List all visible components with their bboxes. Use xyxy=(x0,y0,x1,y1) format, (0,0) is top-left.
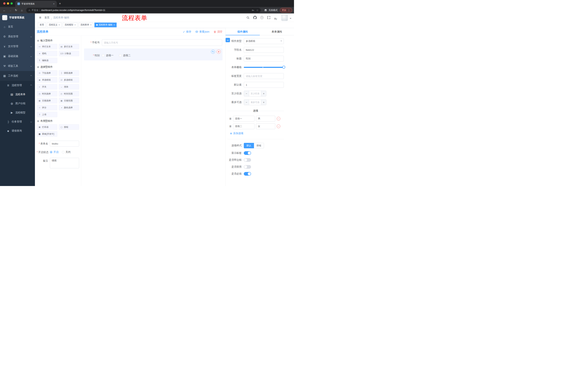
window-close-button[interactable] xyxy=(3,2,5,5)
component-date-range[interactable]: ▩日期范围 xyxy=(59,98,79,103)
browser-home-icon[interactable]: ⌂ xyxy=(19,8,24,13)
tab-close-icon[interactable]: × xyxy=(53,2,55,5)
save-button[interactable]: ✓ 保存 xyxy=(183,30,191,33)
field-name-input[interactable] xyxy=(244,47,284,53)
drag-handle-icon[interactable]: ≣ xyxy=(229,117,231,120)
forward-icon[interactable]: → xyxy=(8,8,13,13)
sidebar-item-leave-query[interactable]: ☻ 请假查询 xyxy=(0,126,35,135)
component-multi-text[interactable]: ▤多行文本 xyxy=(59,44,79,49)
add-option-button[interactable]: ⊕ 添加选项 xyxy=(230,132,284,135)
tag-process-form-edit[interactable]: 流程表单-编辑 × xyxy=(94,22,117,27)
component-rate[interactable]: ☆评分 xyxy=(37,105,57,110)
option-value-input[interactable] xyxy=(256,116,275,122)
tab-form-props[interactable]: 表单属性 xyxy=(260,28,294,35)
component-select[interactable]: ⊙下拉选择 xyxy=(37,70,57,76)
font-size-icon[interactable]: TT xyxy=(273,15,278,20)
default-value-input[interactable] xyxy=(244,82,284,88)
component-time-picker[interactable]: ◷时间选择 xyxy=(37,91,57,96)
avatar-caret-icon[interactable] xyxy=(290,18,292,20)
fullscreen-icon[interactable] xyxy=(266,15,272,20)
component-table[interactable]: ▦表格[开发中] xyxy=(37,131,57,137)
component-row-container[interactable]: ▣行容器 xyxy=(37,124,57,130)
sidebar-item-process-mgmt[interactable]: ≣ 流程管理 xyxy=(0,81,35,90)
phone-input[interactable] xyxy=(102,39,222,46)
app-logo[interactable]: 芋道管理系统 xyxy=(0,13,35,22)
component-button[interactable]: ▢按钮 xyxy=(59,124,79,130)
radio-closed[interactable]: 关闭 xyxy=(62,150,71,154)
remove-option-button[interactable]: − xyxy=(277,117,280,120)
slider-handle[interactable] xyxy=(282,66,285,69)
disabled-toggle[interactable] xyxy=(244,165,251,169)
component-type-select[interactable] xyxy=(244,38,284,44)
decrement-button[interactable]: − xyxy=(244,100,249,105)
increment-button[interactable]: + xyxy=(261,100,266,105)
search-icon[interactable] xyxy=(245,15,251,20)
component-cascader[interactable]: ├级联选择 xyxy=(59,70,79,76)
label-width-input[interactable] xyxy=(244,73,284,79)
form-remark-input[interactable]: 嘿嘿 xyxy=(50,158,79,168)
option-value-input[interactable] xyxy=(256,123,275,129)
sidebar-item-home[interactable]: ⌂ 首页 xyxy=(0,22,35,32)
url-text[interactable]: dashboard.yudao.iocoder.cn/bpm/manager/f… xyxy=(41,9,250,11)
style-default-button[interactable]: 默认 xyxy=(244,143,254,148)
option-name-input[interactable] xyxy=(233,116,254,122)
window-zoom-button[interactable] xyxy=(10,2,13,5)
component-checkbox-group[interactable]: ☑多选框组 xyxy=(59,77,79,83)
github-icon[interactable] xyxy=(252,15,258,20)
sidebar-item-devtools[interactable]: ⚒ 研发工具 xyxy=(0,61,35,71)
tag-close-icon[interactable]: × xyxy=(90,24,92,26)
sidebar-item-user-group[interactable]: ◍ 用户分组 xyxy=(0,99,35,108)
increment-button[interactable]: + xyxy=(261,91,266,96)
window-minimize-button[interactable] xyxy=(7,2,9,5)
tag-process-definition[interactable]: 流程定义 × xyxy=(47,22,62,27)
sidebar-item-infrastructure[interactable]: ▣ 基础设施 xyxy=(0,51,35,61)
component-upload[interactable]: ⇧上传 xyxy=(37,112,57,117)
update-button[interactable]: 更新 ⋮ xyxy=(280,8,292,12)
gender-field-selected[interactable]: 性别 选项一 选项二 xyxy=(84,48,222,60)
sidebar-item-process-form[interactable]: ▤ 流程表单 xyxy=(0,90,35,99)
component-radio-group[interactable]: ◉单选框组 xyxy=(37,77,57,83)
tag-close-icon[interactable]: × xyxy=(114,24,115,26)
show-label-toggle[interactable] xyxy=(244,151,251,155)
drag-handle-icon[interactable]: ≣ xyxy=(229,125,231,128)
min-select-placeholder[interactable]: 至少应选 xyxy=(249,91,261,96)
reload-icon[interactable]: ↻ xyxy=(13,8,19,13)
component-date-picker[interactable]: ▦日期选择 xyxy=(37,98,57,103)
tag-home[interactable]: 首页 xyxy=(38,22,46,27)
title-input[interactable] xyxy=(244,56,284,62)
component-editor[interactable]: ¶编辑器 xyxy=(37,58,57,63)
max-select-placeholder[interactable]: 最多可选 xyxy=(249,100,261,105)
tab-component-props[interactable]: 组件属性 xyxy=(226,28,260,35)
sidebar-item-process-model[interactable]: ▶ 流程模型 xyxy=(0,108,35,117)
sidebar-item-task-mgmt[interactable]: ├ 任务管理 xyxy=(0,117,35,126)
avatar[interactable] xyxy=(281,14,288,21)
delete-button[interactable] xyxy=(217,50,221,54)
checkbox-option-1[interactable]: 选项一 xyxy=(102,54,114,57)
component-time-range[interactable]: ◴时间范围 xyxy=(59,91,79,96)
component-color-picker[interactable]: ◑颜色选择 xyxy=(59,105,79,110)
breadcrumb-home[interactable]: 首页 xyxy=(44,16,50,19)
tag-process-model[interactable]: 流程模型 × xyxy=(63,22,77,27)
browser-menu-icon[interactable]: ⋮ xyxy=(288,9,290,12)
radio-open[interactable]: 开启 xyxy=(50,150,59,154)
component-single-text[interactable]: ▭单行文本 xyxy=(37,44,57,49)
clear-button[interactable]: 清空 xyxy=(213,30,222,33)
option-name-input[interactable] xyxy=(233,123,254,129)
required-toggle[interactable] xyxy=(244,172,251,176)
browser-tab[interactable]: 芋道管理系统 × xyxy=(15,1,57,7)
component-switch[interactable]: ◐开关 xyxy=(37,84,57,90)
border-toggle[interactable] xyxy=(244,158,251,162)
sidebar-item-workflow[interactable]: ▦ 工作流程 xyxy=(0,71,35,81)
tag-process-form[interactable]: 流程表单 × xyxy=(79,22,93,27)
phone-field-row[interactable]: 手机号 xyxy=(84,38,222,47)
slider-track[interactable] xyxy=(244,67,284,68)
checkbox-option-2[interactable]: 选项二 xyxy=(119,54,131,57)
back-icon[interactable]: ← xyxy=(2,8,7,13)
form-name-input[interactable] xyxy=(50,141,79,147)
bookmark-star-icon[interactable]: ☆ xyxy=(256,9,259,12)
remove-option-button[interactable]: − xyxy=(277,125,280,128)
component-counter[interactable]: 123计数器 xyxy=(59,51,79,56)
view-json-button[interactable]: 查看json xyxy=(195,30,210,33)
sidebar-item-payment[interactable]: ¥ 支付管理 xyxy=(0,42,35,51)
security-label[interactable]: 不安全 xyxy=(32,9,39,12)
